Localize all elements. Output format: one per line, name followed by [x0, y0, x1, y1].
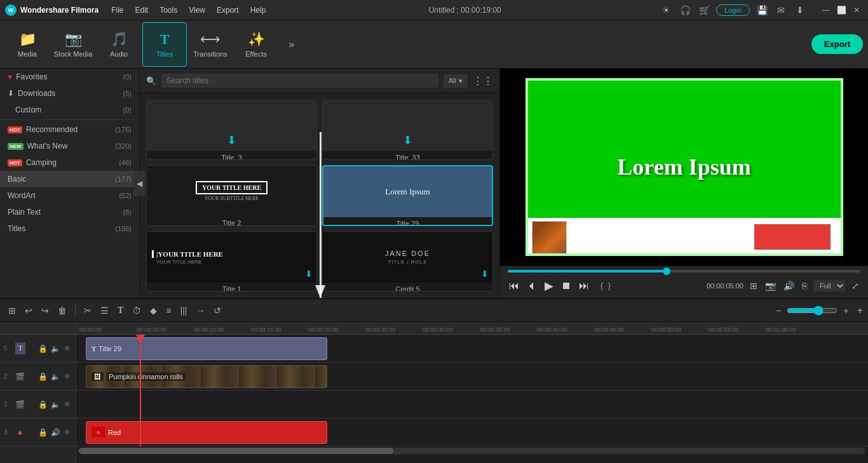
layout-icon-button[interactable]: ⊞: [749, 279, 759, 292]
track3-sound-button[interactable]: 🔊: [50, 427, 61, 438]
clip-title29[interactable]: T Title 29: [86, 337, 327, 360]
mail-icon[interactable]: ✉: [774, 3, 788, 17]
title-card-title33[interactable]: ⬇ Title_33: [322, 100, 493, 160]
download-icon[interactable]: ⬇: [793, 3, 807, 17]
menu-file[interactable]: File: [106, 4, 128, 16]
nav-basic[interactable]: Basic (177): [0, 171, 139, 187]
menu-edit[interactable]: Edit: [130, 4, 153, 16]
video-track-icon-b: 🎬: [15, 400, 25, 409]
timeline-cut-button[interactable]: ✂: [81, 304, 95, 318]
menu-export[interactable]: Export: [212, 4, 244, 16]
save-icon[interactable]: 💾: [755, 3, 769, 17]
timeline-scrollbar[interactable]: [79, 448, 865, 454]
zoom-add-button[interactable]: +: [857, 305, 863, 316]
timeline-delete-button[interactable]: 🗑: [55, 304, 70, 318]
timeline-text-button[interactable]: T: [114, 304, 126, 318]
timeline-undo-button[interactable]: ↩: [22, 304, 36, 318]
track2a-lock-button[interactable]: 🔒: [37, 372, 48, 382]
timeline-ai-button[interactable]: ↺: [210, 304, 224, 318]
titles-grid: ⬇ Title_3 ⬇ Title_33 YOUR TITLE HERE YOU…: [140, 93, 499, 298]
track5-controls: 🔒 🔈 👁: [37, 344, 72, 354]
nav-custom[interactable]: Custom (0): [0, 102, 139, 118]
title-card-title1[interactable]: |YOUR TITLE HERE YOUR TITLE HERE ⬇ Title…: [146, 231, 317, 292]
timeline-scrubber[interactable]: [508, 270, 860, 272]
ruler-mark-30: 00:00:30:00: [423, 326, 453, 333]
track2b-visibility-button[interactable]: 👁: [63, 399, 72, 410]
toolbar-transitions[interactable]: ⟷ Transitions: [188, 22, 233, 67]
track-label-5: 5 T 🔒 🔈 👁: [0, 335, 76, 363]
pip-button[interactable]: ⎘: [801, 279, 808, 292]
timeline-audio-button[interactable]: ≡: [163, 304, 174, 318]
ruler-mark-50: 00:00:50:00: [651, 326, 682, 333]
ruler-mark-5: 00:00:05:00: [137, 326, 167, 333]
skip-forward-button[interactable]: ⏭: [578, 279, 590, 293]
title-card-title2[interactable]: YOUR TITLE HERE YOUR SUBTITLE HERE Title…: [146, 165, 317, 227]
nav-whats-new[interactable]: NEW What's New (320): [0, 138, 139, 154]
toolbar-media[interactable]: 📁 Media: [5, 22, 50, 67]
stop-button[interactable]: ⏹: [560, 279, 573, 293]
nav-camping[interactable]: HOT Camping (46): [0, 154, 139, 171]
track5-visibility-button[interactable]: 👁: [63, 344, 72, 354]
scrubber-thumb[interactable]: [663, 267, 670, 275]
toolbar-stock-media[interactable]: 📷 Stock Media: [51, 22, 95, 67]
login-button[interactable]: Login: [716, 4, 750, 16]
track2b-audio-button[interactable]: 🔈: [50, 399, 61, 410]
snapshot-button[interactable]: 📷: [764, 279, 777, 292]
volume-button[interactable]: 🔊: [782, 279, 796, 292]
skip-back-button[interactable]: ⏮: [508, 279, 520, 293]
toolbar-titles[interactable]: T Titles: [142, 22, 187, 67]
timeline-crop-button[interactable]: ☰: [97, 304, 112, 318]
search-input[interactable]: [161, 74, 438, 88]
step-back-button[interactable]: ⏴: [526, 279, 538, 293]
title-card-title29[interactable]: Lorem Ipsum Title 29: [322, 165, 493, 227]
play-button[interactable]: ▶: [543, 278, 555, 294]
track3-visibility-button[interactable]: 👁: [63, 427, 72, 438]
menu-view[interactable]: View: [184, 4, 210, 16]
grid-view-icon[interactable]: ⋮⋮: [473, 75, 493, 87]
panel-collapse-button[interactable]: ◀: [133, 171, 145, 196]
menu-tools[interactable]: Tools: [154, 4, 182, 16]
timeline-redo-button[interactable]: ↪: [38, 304, 52, 318]
toolbar-expand-icon[interactable]: »: [282, 35, 301, 54]
nav-downloads[interactable]: ⬇ Downloads (5): [0, 85, 139, 102]
track5-audio-button[interactable]: 🔈: [50, 344, 61, 354]
track2a-audio-button[interactable]: 🔈: [50, 372, 61, 382]
track5-lock-button[interactable]: 🔒: [37, 344, 48, 354]
close-button[interactable]: ✕: [850, 4, 863, 17]
export-button[interactable]: Export: [811, 34, 863, 54]
nav-favorites[interactable]: ♥ Favorites (0): [0, 69, 139, 85]
timeline-keyframe-button[interactable]: |||: [177, 304, 191, 318]
filter-button[interactable]: All ▾: [444, 74, 468, 88]
zoom-slider[interactable]: [787, 305, 837, 316]
clip-red[interactable]: 🔺 Red: [86, 421, 327, 444]
sun-icon[interactable]: ☀: [659, 3, 673, 17]
title-card-credit5[interactable]: JANE DOE TITLE / ROLE ⬇ Credit 5: [322, 231, 493, 292]
nav-plain-text[interactable]: Plain Text (8): [0, 204, 139, 220]
timeline-color-button[interactable]: ◆: [147, 304, 160, 318]
cart-icon[interactable]: 🛒: [697, 3, 711, 17]
timeline-motion-button[interactable]: →: [193, 304, 208, 318]
track2b-lock-button[interactable]: 🔒: [37, 399, 48, 410]
nav-wordart[interactable]: WordArt (52): [0, 187, 139, 204]
timeline-speed-button[interactable]: ⏱: [129, 304, 144, 318]
menu-help[interactable]: Help: [245, 4, 271, 16]
timeline-snap-button[interactable]: ⊞: [5, 304, 19, 318]
toolbar-audio[interactable]: 🎵 Audio: [97, 22, 141, 67]
quality-select[interactable]: Full 1/2 1/4: [813, 280, 845, 292]
nav-titles-sub[interactable]: Titles (186): [0, 220, 139, 237]
track2a-visibility-button[interactable]: 👁: [63, 372, 72, 382]
nav-recommended[interactable]: HOT Recommended (176): [0, 121, 139, 138]
zoom-in-button[interactable]: +: [840, 304, 851, 318]
maximize-button[interactable]: ⬜: [835, 4, 848, 17]
clip-pumpkin[interactable]: 🖼 Pumpkin cinnamon rolls: [86, 365, 327, 388]
title-card-title3[interactable]: ⬇ Title_3: [146, 100, 317, 160]
toolbar-effects[interactable]: ✨ Effects: [234, 22, 278, 67]
track3-lock-button[interactable]: 🔒: [37, 427, 48, 438]
transitions-icon: ⟷: [200, 31, 220, 48]
minimize-button[interactable]: —: [820, 4, 832, 17]
headphone-icon[interactable]: 🎧: [678, 3, 692, 17]
app-logo-icon: W: [5, 4, 17, 16]
title1-label: Title 1: [147, 283, 316, 292]
fullscreen-button[interactable]: ⤢: [850, 279, 860, 292]
zoom-out-button[interactable]: −: [773, 304, 784, 318]
